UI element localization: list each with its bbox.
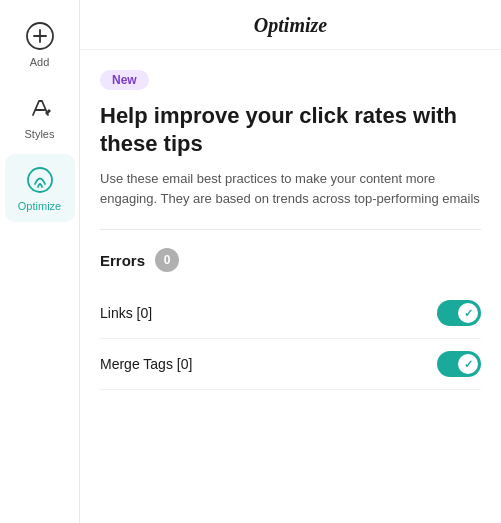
content-area: New Help improve your click rates with t… xyxy=(80,50,501,523)
merge-tags-toggle-row: Merge Tags [0] ✓ xyxy=(100,339,481,390)
errors-label: Errors xyxy=(100,252,145,269)
main-header: Optimize xyxy=(80,0,501,50)
links-toggle-knob: ✓ xyxy=(458,303,478,323)
merge-tags-toggle-check: ✓ xyxy=(464,358,473,371)
sidebar-item-styles-label: Styles xyxy=(25,128,55,140)
sidebar-item-optimize[interactable]: Optimize xyxy=(5,154,75,222)
merge-tags-toggle[interactable]: ✓ xyxy=(437,351,481,377)
sidebar: Add Styles Optimize xyxy=(0,0,80,523)
add-icon xyxy=(24,20,56,52)
main-content: Optimize New Help improve your click rat… xyxy=(80,0,501,523)
section-divider xyxy=(100,229,481,230)
links-toggle-row: Links [0] ✓ xyxy=(100,288,481,339)
styles-icon xyxy=(24,92,56,124)
links-toggle-check: ✓ xyxy=(464,307,473,320)
svg-point-3 xyxy=(28,168,52,192)
page-title: Optimize xyxy=(100,14,481,37)
merge-tags-label: Merge Tags [0] xyxy=(100,356,192,372)
sidebar-item-add-label: Add xyxy=(30,56,50,68)
links-toggle[interactable]: ✓ xyxy=(437,300,481,326)
description: Use these email best practices to make y… xyxy=(100,169,481,209)
sidebar-item-optimize-label: Optimize xyxy=(18,200,61,212)
sidebar-item-add[interactable]: Add xyxy=(5,10,75,78)
errors-section: Errors 0 xyxy=(100,248,481,272)
merge-tags-toggle-knob: ✓ xyxy=(458,354,478,374)
errors-count-badge: 0 xyxy=(155,248,179,272)
headline: Help improve your click rates with these… xyxy=(100,102,481,157)
links-label: Links [0] xyxy=(100,305,152,321)
new-badge: New xyxy=(100,70,149,90)
sidebar-item-styles[interactable]: Styles xyxy=(5,82,75,150)
optimize-icon xyxy=(24,164,56,196)
